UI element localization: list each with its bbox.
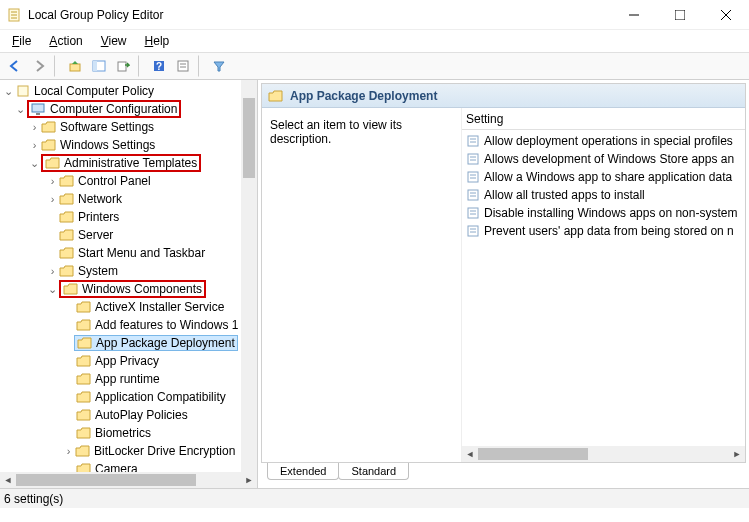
tree-item[interactable]: Camera xyxy=(0,460,257,472)
list-item-label: Allow deployment operations in special p… xyxy=(484,134,733,148)
tree-software-settings[interactable]: › Software Settings xyxy=(0,118,257,136)
tree-label: ActiveX Installer Service xyxy=(95,300,224,314)
tree-item[interactable]: App Privacy xyxy=(0,352,257,370)
list-item[interactable]: Allow deployment operations in special p… xyxy=(462,132,745,150)
folder-icon xyxy=(41,120,57,134)
folder-icon xyxy=(59,192,75,206)
list-item-label: Allows development of Windows Store apps… xyxy=(484,152,734,166)
expand-toggle[interactable]: › xyxy=(28,139,41,151)
show-hide-tree-button[interactable] xyxy=(88,55,110,77)
expand-toggle[interactable]: ⌄ xyxy=(46,283,59,296)
scroll-left-icon[interactable]: ◄ xyxy=(0,472,16,488)
list-item[interactable]: Disable installing Windows apps on non-s… xyxy=(462,204,745,222)
policy-icon xyxy=(466,206,480,220)
tree-server[interactable]: Server xyxy=(0,226,257,244)
tree-control-panel[interactable]: ›Control Panel xyxy=(0,172,257,190)
expand-toggle[interactable]: › xyxy=(62,445,75,457)
tree-item[interactable]: ActiveX Installer Service xyxy=(0,298,257,316)
tree-windows-components[interactable]: ⌄ Windows Components xyxy=(0,280,257,298)
expand-toggle[interactable]: › xyxy=(46,265,59,277)
expand-toggle[interactable]: ⌄ xyxy=(2,85,15,98)
expand-toggle[interactable]: › xyxy=(46,175,59,187)
tree-pane: ⌄ Local Computer Policy ⌄ Computer Confi… xyxy=(0,80,258,488)
svg-rect-17 xyxy=(18,86,28,96)
tree-admin-templates[interactable]: ⌄ Administrative Templates xyxy=(0,154,257,172)
description-text: Select an item to view its description. xyxy=(270,118,402,146)
policy-icon xyxy=(466,188,480,202)
tree-view[interactable]: ⌄ Local Computer Policy ⌄ Computer Confi… xyxy=(0,80,257,472)
tab-extended[interactable]: Extended xyxy=(267,463,339,480)
tree-label: Local Computer Policy xyxy=(34,84,154,98)
scroll-right-icon[interactable]: ► xyxy=(729,446,745,462)
folder-icon xyxy=(76,318,92,332)
list-item-label: Allow all trusted apps to install xyxy=(484,188,645,202)
folder-icon xyxy=(59,174,75,188)
tree-system[interactable]: ›System xyxy=(0,262,257,280)
tree-vertical-scrollbar[interactable] xyxy=(241,80,257,472)
tree-label: Control Panel xyxy=(78,174,151,188)
expand-toggle[interactable]: › xyxy=(46,193,59,205)
tree-label: Windows Components xyxy=(82,282,202,296)
forward-button[interactable] xyxy=(28,55,50,77)
settings-list: Setting Allow deployment operations in s… xyxy=(462,108,745,462)
tree-item[interactable]: App runtime xyxy=(0,370,257,388)
content-panel: App Package Deployment Select an item to… xyxy=(261,83,746,463)
tree-computer-config[interactable]: ⌄ Computer Configuration xyxy=(0,100,257,118)
column-header-setting[interactable]: Setting xyxy=(462,108,745,130)
menu-action[interactable]: Action xyxy=(41,32,90,50)
help-button[interactable]: ? xyxy=(148,55,170,77)
tree-item[interactable]: Add features to Windows 1 xyxy=(0,316,257,334)
tree-item[interactable]: Biometrics xyxy=(0,424,257,442)
list-body: Allow deployment operations in special p… xyxy=(462,130,745,446)
tree-item[interactable]: AutoPlay Policies xyxy=(0,406,257,424)
tree-network[interactable]: ›Network xyxy=(0,190,257,208)
menu-file[interactable]: File xyxy=(4,32,39,50)
folder-icon xyxy=(75,444,91,458)
export-list-button[interactable] xyxy=(112,55,134,77)
tab-standard[interactable]: Standard xyxy=(338,463,409,480)
tree-item[interactable]: Application Compatibility xyxy=(0,388,257,406)
maximize-button[interactable] xyxy=(657,0,703,30)
policy-icon xyxy=(466,134,480,148)
folder-icon xyxy=(76,462,92,472)
list-item[interactable]: Allows development of Windows Store apps… xyxy=(462,150,745,168)
list-item[interactable]: Allow a Windows app to share application… xyxy=(462,168,745,186)
properties-button[interactable] xyxy=(172,55,194,77)
tree-root[interactable]: ⌄ Local Computer Policy xyxy=(0,82,257,100)
tree-windows-settings[interactable]: › Windows Settings xyxy=(0,136,257,154)
tree-start-taskbar[interactable]: Start Menu and Taskbar xyxy=(0,244,257,262)
folder-icon xyxy=(45,156,61,170)
tree-label: Server xyxy=(78,228,113,242)
expand-toggle[interactable]: › xyxy=(28,121,41,133)
folder-icon xyxy=(76,372,92,386)
back-button[interactable] xyxy=(4,55,26,77)
list-item[interactable]: Prevent users' app data from being store… xyxy=(462,222,745,240)
list-item[interactable]: Allow all trusted apps to install xyxy=(462,186,745,204)
svg-rect-19 xyxy=(36,113,40,115)
up-button[interactable] xyxy=(64,55,86,77)
tree-horizontal-scrollbar[interactable]: ◄ ► xyxy=(0,472,257,488)
menu-help[interactable]: Help xyxy=(137,32,178,50)
scroll-right-icon[interactable]: ► xyxy=(241,472,257,488)
tree-item[interactable]: ›BitLocker Drive Encryption xyxy=(0,442,257,460)
menu-view[interactable]: View xyxy=(93,32,135,50)
folder-icon xyxy=(76,426,92,440)
scroll-left-icon[interactable]: ◄ xyxy=(462,446,478,462)
tree-label: Biometrics xyxy=(95,426,151,440)
expand-toggle[interactable]: ⌄ xyxy=(28,157,41,170)
policy-icon xyxy=(466,152,480,166)
scroll-thumb[interactable] xyxy=(478,448,588,460)
close-button[interactable] xyxy=(703,0,749,30)
tree-label: Application Compatibility xyxy=(95,390,226,404)
list-horizontal-scrollbar[interactable]: ◄ ► xyxy=(462,446,745,462)
list-item-label: Allow a Windows app to share application… xyxy=(484,170,732,184)
folder-icon xyxy=(59,210,75,224)
minimize-button[interactable] xyxy=(611,0,657,30)
toolbar: ? xyxy=(0,52,749,80)
tree-app-package-deployment[interactable]: App Package Deployment xyxy=(0,334,257,352)
content-pane: App Package Deployment Select an item to… xyxy=(258,80,749,488)
filter-button[interactable] xyxy=(208,55,230,77)
expand-toggle[interactable]: ⌄ xyxy=(14,103,27,116)
tree-printers[interactable]: Printers xyxy=(0,208,257,226)
tree-label: System xyxy=(78,264,118,278)
